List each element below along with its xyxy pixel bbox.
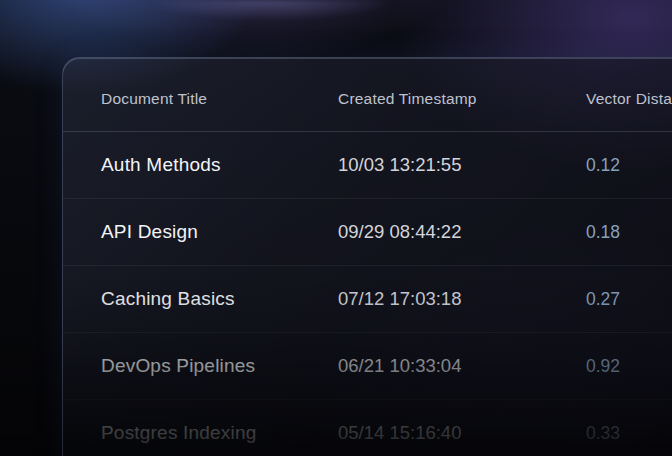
table-row[interactable]: API Design 09/29 08:44:22 0.18 [63,199,672,266]
documents-table-panel: Document Title Created Timestamp Vector … [62,57,672,456]
column-header-created-timestamp: Created Timestamp [338,90,586,108]
document-title-cell: Caching Basics [101,288,338,310]
screenshot-background: Document Title Created Timestamp Vector … [0,0,672,456]
vector-distance-cell: 0.27 [586,289,672,310]
vector-distance-cell: 0.18 [586,222,672,243]
top-glow-streak [140,0,400,26]
created-timestamp-cell: 09/29 08:44:22 [338,221,586,243]
table-row[interactable]: Postgres Indexing 05/14 15:16:40 0.33 [63,400,672,456]
table-row[interactable]: Auth Methods 10/03 13:21:55 0.12 [63,132,672,199]
table-body: Auth Methods 10/03 13:21:55 0.12 API Des… [63,132,672,456]
column-header-document-title: Document Title [101,90,338,108]
vector-distance-cell: 0.92 [586,356,672,377]
table-header-row: Document Title Created Timestamp Vector … [63,58,672,132]
table-row[interactable]: DevOps Pipelines 06/21 10:33:04 0.92 [63,333,672,400]
vector-distance-cell: 0.12 [586,155,672,176]
created-timestamp-cell: 07/12 17:03:18 [338,288,586,310]
created-timestamp-cell: 05/14 15:16:40 [338,422,586,444]
documents-table: Document Title Created Timestamp Vector … [63,58,672,456]
document-title-cell: Postgres Indexing [101,422,338,444]
created-timestamp-cell: 06/21 10:33:04 [338,355,586,377]
created-timestamp-cell: 10/03 13:21:55 [338,154,586,176]
document-title-cell: Auth Methods [101,154,338,176]
vector-distance-cell: 0.33 [586,423,672,444]
document-title-cell: API Design [101,221,338,243]
table-row[interactable]: Caching Basics 07/12 17:03:18 0.27 [63,266,672,333]
column-header-vector-distance: Vector Distance [586,90,672,108]
document-title-cell: DevOps Pipelines [101,355,338,377]
